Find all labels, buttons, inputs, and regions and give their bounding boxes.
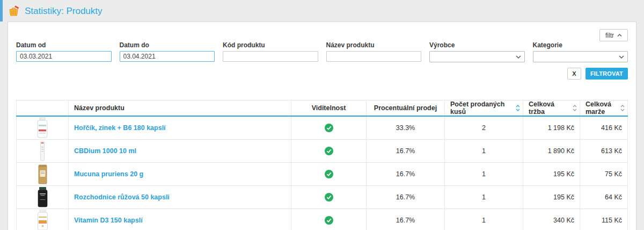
product-link[interactable]: Rozchodnice růžová 50 kapsli bbox=[74, 193, 170, 201]
col-header-celkova-trzba[interactable]: Celková tržba bbox=[523, 100, 580, 116]
total-margin: 613 Kč bbox=[580, 140, 628, 162]
datum-od-label: Datum od bbox=[16, 41, 112, 49]
filter-toggle-button[interactable]: filtr bbox=[599, 29, 628, 41]
product-link[interactable]: Hořčík, zinek + B6 180 kapslí bbox=[74, 124, 166, 132]
col-header-viditelnost: Viditelnost bbox=[291, 100, 367, 116]
total-margin: 64 Kč bbox=[580, 186, 628, 209]
sort-arrows-icon[interactable] bbox=[516, 104, 520, 112]
products-table: Název produktu Viditelnost Procentuální … bbox=[16, 100, 628, 230]
kod-produktu-label: Kód produktu bbox=[223, 41, 318, 49]
vyrobce-select[interactable] bbox=[429, 51, 525, 62]
product-thumbnail[interactable] bbox=[22, 140, 63, 162]
page-title: Statistiky: Produkty bbox=[25, 6, 103, 17]
col-header-pocet-prodanych-kusu[interactable]: Počet prodaných kusů bbox=[445, 100, 523, 116]
filter-actions: X FILTROVAT bbox=[16, 68, 628, 80]
product-link[interactable]: Vitamín D3 150 kapslí bbox=[74, 217, 143, 224]
product-link[interactable]: CBDium 1000 10 ml bbox=[74, 147, 136, 155]
percent-sold: 16.7% bbox=[367, 140, 445, 162]
check-circle-icon bbox=[325, 124, 333, 132]
check-circle-icon bbox=[325, 170, 333, 178]
table-row: Mucuna pruriens 20 g 16.7% 1 195 Kč 75 K… bbox=[16, 163, 628, 186]
kategorie-label: Kategorie bbox=[533, 41, 628, 49]
filter-reset-button[interactable]: X bbox=[567, 68, 581, 80]
total-revenue: 1 890 Kč bbox=[523, 140, 580, 162]
field-datum-od: Datum od bbox=[16, 41, 112, 62]
check-circle-icon bbox=[325, 147, 333, 155]
field-vyrobce: Výrobce bbox=[429, 41, 525, 62]
table-row: Hořčík, zinek + B6 180 kapslí 33.3% 2 1 … bbox=[16, 117, 628, 140]
nazev-produktu-input[interactable] bbox=[326, 51, 422, 62]
chevron-down-icon bbox=[516, 55, 521, 59]
filter-submit-button[interactable]: FILTROVAT bbox=[586, 68, 628, 80]
table-row: CBDium 1000 10 ml 16.7% 1 1 890 Kč 613 K… bbox=[16, 140, 628, 163]
units-sold: 1 bbox=[445, 163, 523, 185]
product-thumbnail[interactable] bbox=[22, 210, 63, 230]
product-thumbnail[interactable] bbox=[22, 163, 63, 185]
basket-icon bbox=[8, 5, 20, 17]
chevron-down-icon bbox=[619, 55, 624, 59]
check-circle-icon bbox=[325, 193, 333, 202]
datum-do-label: Datum do bbox=[120, 41, 215, 49]
units-sold: 1 bbox=[445, 209, 523, 230]
product-thumbnail[interactable] bbox=[22, 186, 63, 208]
col-header-image bbox=[16, 100, 69, 116]
product-link[interactable]: Mucuna pruriens 20 g bbox=[74, 170, 143, 178]
units-sold: 2 bbox=[445, 117, 523, 139]
sort-arrows-icon[interactable] bbox=[573, 104, 577, 112]
total-revenue: 195 Kč bbox=[523, 186, 580, 209]
total-revenue: 340 Kč bbox=[523, 209, 580, 230]
col-header-procentualni-prodej: Procentuální prodej bbox=[367, 100, 445, 116]
filter-toggle-row: filtr bbox=[16, 22, 628, 41]
feedback-side-tab[interactable] bbox=[0, 0, 3, 21]
kategorie-select[interactable] bbox=[533, 51, 628, 62]
table-row: Vitamín D3 150 kapslí 16.7% 1 340 Kč 115… bbox=[16, 209, 628, 230]
total-margin: 416 Kč bbox=[580, 117, 628, 139]
kod-produktu-input[interactable] bbox=[223, 51, 318, 62]
datum-od-input[interactable] bbox=[16, 51, 112, 62]
filter-fields: Datum od Datum do Kód produktu Název pro… bbox=[16, 41, 628, 62]
field-kategorie: Kategorie bbox=[533, 41, 628, 62]
chevron-up-icon bbox=[617, 34, 622, 37]
statistics-panel: filtr Datum od Datum do Kód produktu Náz… bbox=[8, 21, 636, 230]
field-datum-do: Datum do bbox=[120, 41, 215, 62]
table-row: Rozchodnice růžová 50 kapsli 16.7% 1 195… bbox=[16, 186, 628, 209]
filter-toggle-label: filtr bbox=[605, 32, 614, 39]
total-revenue: 1 198 Kč bbox=[523, 117, 580, 139]
vyrobce-label: Výrobce bbox=[429, 41, 525, 49]
total-revenue: 195 Kč bbox=[523, 163, 580, 185]
check-circle-icon bbox=[325, 216, 333, 225]
percent-sold: 16.7% bbox=[367, 163, 445, 185]
percent-sold: 16.7% bbox=[367, 186, 445, 209]
field-kod-produktu: Kód produktu bbox=[223, 41, 318, 62]
sort-arrows-icon[interactable] bbox=[620, 104, 625, 112]
nazev-produktu-label: Název produktu bbox=[326, 41, 422, 49]
units-sold: 1 bbox=[445, 186, 523, 209]
units-sold: 1 bbox=[445, 140, 523, 162]
percent-sold: 16.7% bbox=[367, 209, 445, 230]
col-header-nazev-produktu: Název produktu bbox=[69, 100, 291, 116]
page-header: Statistiky: Produkty bbox=[0, 0, 644, 17]
table-header-row: Název produktu Viditelnost Procentuální … bbox=[16, 100, 628, 117]
col-header-celkova-marze[interactable]: Celková marže bbox=[580, 100, 628, 116]
total-margin: 115 Kč bbox=[580, 209, 628, 230]
total-margin: 75 Kč bbox=[580, 163, 628, 185]
field-nazev-produktu: Název produktu bbox=[326, 41, 422, 62]
percent-sold: 33.3% bbox=[367, 117, 445, 139]
datum-do-input[interactable] bbox=[120, 51, 215, 62]
product-thumbnail[interactable] bbox=[22, 117, 63, 139]
